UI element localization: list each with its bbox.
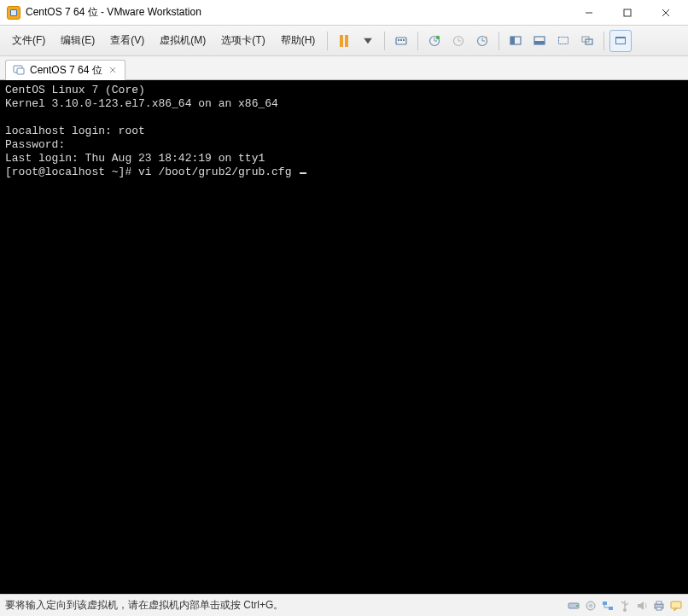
- svg-rect-28: [616, 38, 625, 44]
- menu-help[interactable]: 帮助(H): [274, 30, 323, 51]
- stretch-guest-button[interactable]: [552, 30, 574, 52]
- svg-rect-7: [400, 39, 402, 41]
- svg-rect-23: [534, 41, 545, 44]
- svg-marker-48: [674, 608, 677, 611]
- status-message: 要将输入定向到该虚拟机，请在虚拟机内部单击或按 Ctrl+G。: [5, 598, 563, 613]
- titlebar: CentOS 7 64 位 - VMware Workstation: [0, 0, 688, 26]
- hdd-icon[interactable]: [567, 599, 580, 613]
- term-line: localhost login: root: [5, 125, 145, 137]
- vm-console[interactable]: CentOS Linux 7 (Core) Kernel 3.10.0-123.…: [0, 80, 688, 594]
- pause-icon: [340, 35, 348, 47]
- toolbar-separator: [327, 32, 328, 50]
- term-line: Last login: Thu Aug 23 18:42:19 on tty1: [5, 152, 265, 165]
- view-console-button[interactable]: [504, 30, 527, 52]
- window-title: CentOS 7 64 位 - VMware Workstation: [26, 5, 569, 20]
- term-line: Kernel 3.10.0-123.el7.x86_64 on an x86_6…: [5, 97, 278, 110]
- snapshot-take-button[interactable]: [423, 30, 446, 52]
- svg-rect-30: [17, 68, 24, 74]
- pause-button[interactable]: [333, 30, 355, 52]
- cursor-icon: [300, 172, 306, 174]
- statusbar: 要将输入定向到该虚拟机，请在虚拟机内部单击或按 Ctrl+G。: [0, 594, 688, 616]
- view-thumbnail-button[interactable]: [528, 30, 551, 52]
- svg-rect-45: [656, 601, 662, 604]
- svg-rect-38: [609, 607, 613, 610]
- svg-point-39: [623, 608, 627, 612]
- menubar: 文件(F) 编辑(E) 查看(V) 虚拟机(M) 选项卡(T) 帮助(H): [0, 26, 688, 56]
- menu-edit[interactable]: 编辑(E): [54, 30, 102, 51]
- app-icon: [7, 6, 20, 20]
- tab-centos[interactable]: CentOS 7 64 位: [5, 60, 125, 80]
- svg-rect-8: [403, 39, 405, 41]
- svg-rect-46: [656, 607, 662, 610]
- sound-icon[interactable]: [635, 599, 649, 613]
- send-ctrl-alt-del-button[interactable]: [390, 30, 412, 52]
- svg-rect-37: [603, 601, 607, 605]
- menu-tabs[interactable]: 选项卡(T): [214, 30, 271, 51]
- toolbar-separator: [499, 32, 499, 50]
- toolbar-separator: [417, 32, 418, 50]
- svg-point-36: [590, 604, 592, 607]
- menu-file[interactable]: 文件(F): [5, 30, 52, 51]
- tab-label: CentOS 7 64 位: [30, 63, 102, 78]
- tab-row: CentOS 7 64 位: [0, 56, 688, 80]
- svg-point-34: [576, 605, 578, 607]
- message-icon[interactable]: [669, 599, 683, 613]
- network-icon[interactable]: [601, 599, 615, 613]
- snapshot-manage-button[interactable]: [471, 30, 493, 52]
- svg-rect-47: [671, 601, 681, 608]
- vm-icon: [13, 64, 25, 76]
- menu-vm[interactable]: 虚拟机(M): [153, 30, 213, 51]
- term-line: [root@localhost ~]# vi /boot/grub2/grub.…: [5, 166, 298, 178]
- toolbar-separator: [603, 32, 604, 50]
- close-button[interactable]: [646, 1, 685, 25]
- cd-icon[interactable]: [584, 599, 598, 613]
- term-line: Password:: [5, 138, 65, 151]
- svg-point-12: [436, 35, 440, 38]
- svg-rect-6: [398, 39, 399, 41]
- fullscreen-button[interactable]: [609, 30, 632, 52]
- menu-view[interactable]: 查看(V): [103, 30, 151, 51]
- minimize-button[interactable]: [569, 1, 608, 25]
- tab-close-button[interactable]: [108, 65, 118, 75]
- svg-rect-24: [559, 37, 568, 44]
- power-dropdown[interactable]: [357, 30, 379, 52]
- svg-marker-43: [638, 601, 644, 610]
- svg-marker-4: [364, 38, 373, 43]
- svg-rect-21: [510, 37, 515, 44]
- svg-rect-1: [624, 9, 631, 16]
- snapshot-revert-button[interactable]: [447, 30, 469, 52]
- toolbar-separator: [384, 32, 385, 50]
- unity-button[interactable]: [576, 30, 598, 52]
- printer-icon[interactable]: [652, 599, 666, 613]
- maximize-button[interactable]: [608, 1, 646, 25]
- term-line: CentOS Linux 7 (Core): [5, 84, 145, 96]
- usb-icon[interactable]: [618, 599, 632, 613]
